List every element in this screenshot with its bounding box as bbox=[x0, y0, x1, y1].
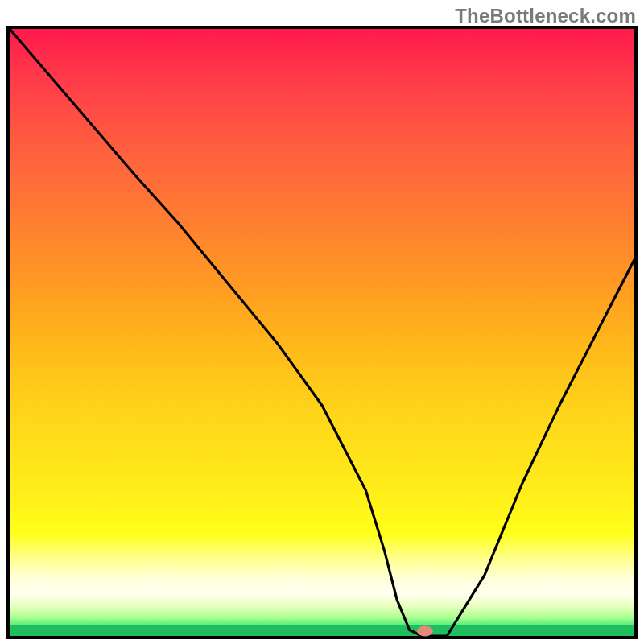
optimal-point-marker bbox=[417, 626, 433, 637]
bottleneck-chart bbox=[6, 26, 638, 639]
watermark-text: TheBottleneck.com bbox=[455, 5, 636, 27]
chart-svg bbox=[10, 29, 634, 636]
bottleneck-curve-line bbox=[10, 29, 634, 636]
